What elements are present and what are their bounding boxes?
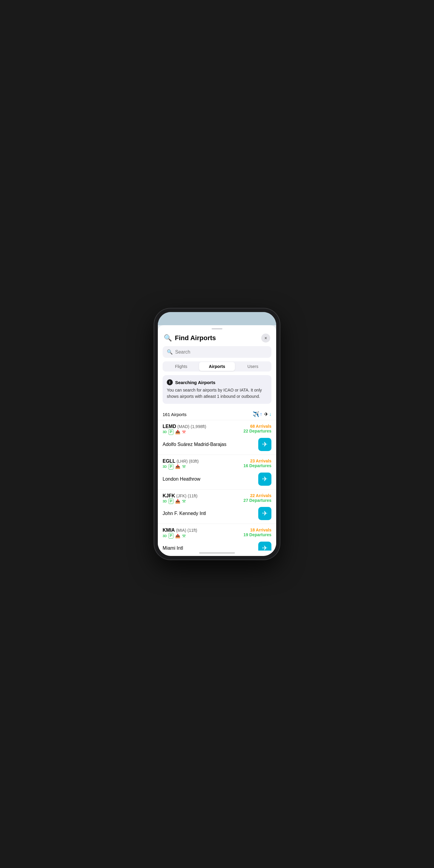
badge-parking: P [168, 429, 173, 435]
badge-upload: 📤 [175, 499, 180, 504]
info-box-body: You can search for airports by ICAO or I… [167, 387, 267, 400]
airport-item-kmia: KMIA (MIA) (11ft) 3D P 📤 ⚒ [158, 524, 276, 551]
airport-name: John F. Kennedy Intl [163, 511, 206, 516]
badge-3d: 3D [163, 499, 167, 503]
tab-airports[interactable]: Airports [199, 362, 235, 371]
departures-count: 16 Departures [244, 463, 271, 468]
departures-count: 22 Departures [244, 429, 271, 433]
departures-count: 19 Departures [244, 532, 271, 537]
badge-link: ⚒ [182, 430, 186, 434]
airport-codes: LEMD (MAD) (1,998ft) [163, 424, 206, 429]
fly-button-lemd[interactable]: ✈ [258, 438, 271, 451]
phone-screen: 🔍 Find Airports × 🔍 Flights Airports Use… [158, 312, 276, 556]
airport-icao: KJFK [163, 493, 175, 499]
search-input[interactable] [175, 349, 267, 355]
airport-badges: 3D P 📤 ⚒ [163, 429, 206, 435]
landing-icon: ✈️ [253, 411, 259, 417]
airport-item-bottom: Miami Intl ✈ [163, 541, 271, 551]
airport-item-bottom: London Heathrow ✈ [163, 472, 271, 486]
airport-stats: 68 Arrivals 22 Departures [244, 424, 271, 433]
departures-sort-group[interactable]: ✈ ↓ [264, 411, 271, 417]
airport-badges: 3D P 📤 ⚒ [163, 464, 199, 470]
badge-link: ⚒ [182, 499, 186, 504]
badge-upload: 📤 [175, 430, 180, 434]
arrivals-count: 23 Arrivals [244, 459, 271, 463]
airport-elevation: (11ft) [188, 494, 197, 498]
search-icon: 🔍 [164, 334, 172, 342]
airport-count: 161 Airports [163, 412, 187, 417]
badge-parking: P [168, 533, 173, 538]
airport-iata: (MIA) [176, 528, 186, 533]
airport-iata: (JFK) [176, 494, 187, 498]
info-box-title: Searching Airports [175, 380, 215, 385]
airport-codes: KMIA (MIA) (11ft) [163, 528, 197, 533]
airport-badges: 3D P 📤 ⚒ [163, 499, 197, 504]
fly-button-egll[interactable]: ✈ [258, 472, 271, 486]
airport-name: Adolfo Suárez Madrid-Barajas [163, 442, 226, 447]
badge-3d: 3D [163, 465, 167, 468]
bottom-sheet: 🔍 Find Airports × 🔍 Flights Airports Use… [158, 325, 276, 556]
airport-item-top: KJFK (JFK) (11ft) 3D P 📤 ⚒ [163, 493, 271, 506]
tab-bar: Flights Airports Users [163, 361, 271, 372]
search-input-icon: 🔍 [167, 349, 173, 355]
arrivals-count: 68 Arrivals [244, 424, 271, 429]
plane-icon: ✈ [262, 441, 268, 448]
search-input-wrapper[interactable]: 🔍 [163, 346, 271, 358]
phone-frame: 🔍 Find Airports × 🔍 Flights Airports Use… [154, 308, 280, 560]
airport-elevation: (1,998ft) [191, 424, 206, 429]
badge-upload: 📤 [175, 464, 180, 469]
drag-handle[interactable] [212, 328, 222, 330]
airport-item-kjfk: KJFK (JFK) (11ft) 3D P 📤 ⚒ [158, 490, 276, 524]
airport-name: London Heathrow [163, 476, 200, 482]
airport-icao: KMIA [163, 528, 175, 533]
badge-link: ⚒ [182, 464, 186, 469]
airport-name: Miami Intl [163, 546, 183, 551]
fly-button-kmia[interactable]: ✈ [258, 541, 271, 551]
airport-icao: EGLL [163, 459, 176, 464]
home-indicator [199, 552, 235, 554]
airport-stats: 18 Arrivals 19 Departures [244, 528, 271, 537]
airport-item-bottom: Adolfo Suárez Madrid-Barajas ✈ [163, 438, 271, 451]
airport-codes: KJFK (JFK) (11ft) [163, 493, 197, 499]
arrivals-count: 22 Arrivals [244, 493, 271, 498]
search-container: 🔍 [158, 346, 276, 361]
airport-elevation: (11ft) [187, 528, 197, 533]
badge-3d: 3D [163, 430, 167, 434]
airport-header-left: KMIA (MIA) (11ft) 3D P 📤 ⚒ [163, 528, 197, 540]
badge-upload: 📤 [175, 533, 180, 538]
airport-item-top: EGLL (LHR) (83ft) 3D P 📤 ⚒ [163, 459, 271, 471]
modal-title: Find Airports [175, 334, 261, 342]
airport-codes: EGLL (LHR) (83ft) [163, 459, 199, 464]
airport-stats: 23 Arrivals 16 Departures [244, 459, 271, 468]
close-button[interactable]: × [261, 334, 270, 343]
airport-header-left: EGLL (LHR) (83ft) 3D P 📤 ⚒ [163, 459, 199, 471]
badge-parking: P [168, 499, 173, 504]
airport-badges: 3D P 📤 ⚒ [163, 533, 197, 538]
arrivals-sort-group[interactable]: ✈️ ↑ [253, 411, 262, 417]
airport-iata: (MAD) [177, 424, 189, 429]
airport-list[interactable]: 161 Airports ✈️ ↑ ✈ ↓ [158, 407, 276, 551]
info-box: i Searching Airports You can search for … [163, 375, 271, 404]
fly-button-kjfk[interactable]: ✈ [258, 507, 271, 520]
airport-header-left: KJFK (JFK) (11ft) 3D P 📤 ⚒ [163, 493, 197, 506]
airport-icao: LEMD [163, 424, 176, 429]
airport-elevation: (83ft) [189, 459, 199, 464]
status-bar [158, 312, 276, 325]
airport-item-bottom: John F. Kennedy Intl ✈ [163, 507, 271, 520]
airport-item-egll: EGLL (LHR) (83ft) 3D P 📤 ⚒ [158, 455, 276, 490]
arrivals-count: 18 Arrivals [244, 528, 271, 532]
badge-parking: P [168, 464, 173, 470]
sort-controls: ✈️ ↑ ✈ ↓ [253, 411, 271, 417]
plane-icon: ✈ [262, 544, 268, 551]
airport-item-top: LEMD (MAD) (1,998ft) 3D P 📤 ⚒ [163, 424, 271, 437]
info-box-header: i Searching Airports [167, 379, 267, 385]
list-header: 161 Airports ✈️ ↑ ✈ ↓ [158, 407, 276, 420]
tab-users[interactable]: Users [235, 362, 271, 371]
tab-flights[interactable]: Flights [163, 362, 199, 371]
modal-header: 🔍 Find Airports × [158, 331, 276, 346]
info-icon: i [167, 379, 173, 385]
badge-link: ⚒ [182, 533, 186, 538]
departures-count: 27 Departures [244, 498, 271, 503]
plane-icon: ✈ [262, 475, 268, 483]
airport-header-left: LEMD (MAD) (1,998ft) 3D P 📤 ⚒ [163, 424, 206, 437]
